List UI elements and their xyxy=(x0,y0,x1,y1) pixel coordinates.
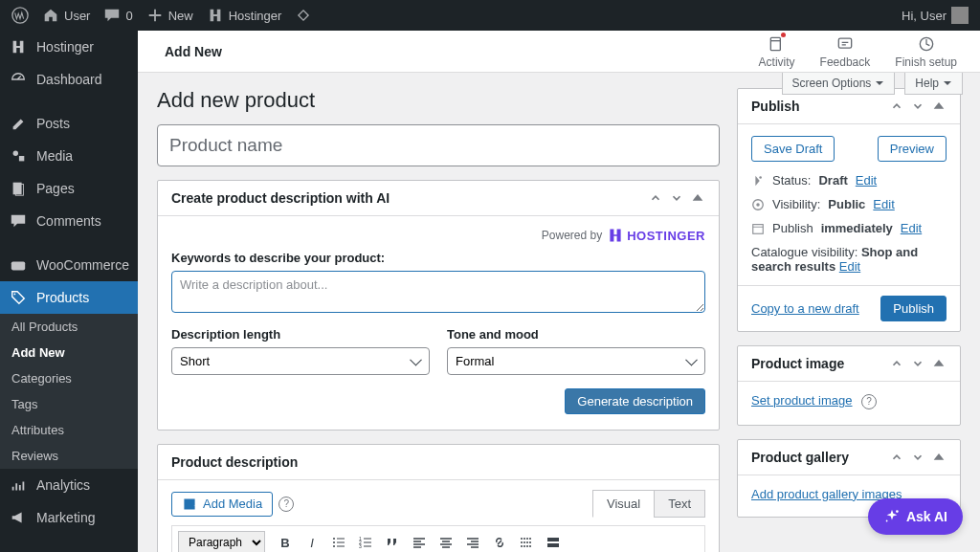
sidebar-hostinger[interactable]: Hostinger xyxy=(0,31,138,63)
edit-status-link[interactable]: Edit xyxy=(856,173,877,188)
activity-button[interactable]: Activity xyxy=(759,34,795,69)
product-image-box: Product image Set product image ? xyxy=(737,345,961,426)
product-name-input[interactable] xyxy=(157,124,720,166)
triangle-up-icon[interactable] xyxy=(931,99,947,114)
hostinger-topbar[interactable]: Hostinger xyxy=(207,7,282,24)
svg-point-12 xyxy=(333,538,335,540)
align-left-icon[interactable] xyxy=(407,530,432,552)
bold-icon[interactable]: B xyxy=(273,530,298,552)
ulist-icon[interactable] xyxy=(326,530,351,552)
sidebar-analytics[interactable]: Analytics xyxy=(0,469,138,501)
sidebar-sub-all-products[interactable]: All Products xyxy=(0,314,138,340)
chevron-up-icon[interactable] xyxy=(889,450,904,465)
hostinger-logo: HOSTINGER xyxy=(608,228,705,243)
sidebar-appearance[interactable]: Appearance xyxy=(0,545,138,552)
set-product-image-link[interactable]: Set product image xyxy=(751,393,853,408)
ask-ai-button[interactable]: Ask AI xyxy=(868,498,963,535)
avatar xyxy=(951,7,969,24)
product-image-title: Product image xyxy=(751,356,844,371)
chevron-down-icon[interactable] xyxy=(910,99,925,114)
svg-rect-8 xyxy=(770,37,780,50)
chevron-up-icon[interactable] xyxy=(648,190,663,206)
sidebar-dashboard[interactable]: Dashboard xyxy=(0,63,138,96)
keywords-textarea[interactable] xyxy=(171,271,705,313)
link-icon[interactable] xyxy=(487,530,512,552)
sidebar-sub-tags[interactable]: Tags xyxy=(0,391,138,417)
length-label: Description length xyxy=(171,327,430,342)
paragraph-select[interactable]: Paragraph xyxy=(178,531,265,552)
svg-point-7 xyxy=(14,294,16,296)
triangle-up-icon[interactable] xyxy=(690,190,705,206)
sidebar-products[interactable]: Products xyxy=(0,281,138,314)
align-right-icon[interactable] xyxy=(460,530,485,552)
tab-text[interactable]: Text xyxy=(654,490,705,518)
tab-visual[interactable]: Visual xyxy=(592,490,654,518)
quote-icon[interactable] xyxy=(380,530,405,552)
sidebar-woocommerce[interactable]: WooCommerce xyxy=(0,249,138,281)
chevron-up-icon[interactable] xyxy=(889,356,904,371)
finish-setup-button[interactable]: Finish setup xyxy=(895,34,957,69)
edit-publish-link[interactable]: Edit xyxy=(901,221,922,235)
svg-point-14 xyxy=(333,545,335,547)
svg-point-2 xyxy=(13,151,18,156)
more-icon[interactable] xyxy=(514,530,539,552)
chevron-up-icon[interactable] xyxy=(889,99,904,114)
help-icon[interactable]: ? xyxy=(278,497,294,512)
tone-label: Tone and mood xyxy=(447,327,705,342)
sidebar-posts[interactable]: Posts xyxy=(0,107,138,140)
keywords-label: Keywords to describe your product: xyxy=(171,251,705,265)
svg-rect-19 xyxy=(547,543,559,547)
feedback-button[interactable]: Feedback xyxy=(820,34,871,69)
svg-rect-18 xyxy=(547,538,559,541)
copy-draft-link[interactable]: Copy to a new draft xyxy=(751,301,859,316)
kitchen-sink-icon[interactable] xyxy=(541,530,566,552)
add-media-button[interactable]: Add Media xyxy=(171,492,273,517)
editor-toolbar: Paragraph B I 123 xyxy=(171,525,705,552)
triangle-up-icon[interactable] xyxy=(931,356,947,371)
edit-catalogue-link[interactable]: Edit xyxy=(839,259,860,274)
olist-icon[interactable]: 123 xyxy=(353,530,378,552)
length-select[interactable]: Short xyxy=(171,347,430,375)
triangle-up-icon[interactable] xyxy=(931,450,947,465)
edit-visibility-link[interactable]: Edit xyxy=(873,197,894,211)
sidebar-sub-categories[interactable]: Categories xyxy=(0,365,138,391)
sidebar-media[interactable]: Media xyxy=(0,140,138,172)
chevron-down-icon[interactable] xyxy=(910,450,925,465)
publish-box: Publish Save Draft Preview Status: Draft xyxy=(737,88,961,332)
tone-select[interactable]: Formal xyxy=(447,347,705,375)
notification-dot xyxy=(781,33,786,37)
svg-rect-23 xyxy=(753,224,764,233)
description-box: Product description Add Media ? Visual T… xyxy=(157,444,720,552)
wp-logo[interactable] xyxy=(11,7,29,24)
sidebar-sub-attributes[interactable]: Attributes xyxy=(0,417,138,443)
user-label: User xyxy=(64,9,90,23)
new-link[interactable]: New xyxy=(146,7,193,24)
greeting[interactable]: Hi, User xyxy=(902,7,969,24)
help-icon[interactable]: ? xyxy=(861,394,877,409)
chevron-down-icon[interactable] xyxy=(910,356,925,371)
save-draft-button[interactable]: Save Draft xyxy=(751,136,835,162)
screen-options-toggle[interactable]: Screen Options xyxy=(782,73,896,95)
chevron-down-icon[interactable] xyxy=(669,190,684,206)
generate-button[interactable]: Generate description xyxy=(565,388,705,414)
align-center-icon[interactable] xyxy=(434,530,458,552)
sidebar-marketing[interactable]: Marketing xyxy=(0,501,138,534)
svg-point-24 xyxy=(896,510,899,513)
site-home[interactable]: User xyxy=(42,7,90,24)
preview-button[interactable]: Preview xyxy=(878,136,947,162)
sidebar-sub-reviews[interactable]: Reviews xyxy=(0,443,138,469)
diamond-icon[interactable] xyxy=(295,7,312,24)
help-toggle[interactable]: Help xyxy=(904,73,963,95)
sidebar-comments[interactable]: Comments xyxy=(0,205,138,237)
product-gallery-title: Product gallery xyxy=(751,450,849,465)
svg-point-0 xyxy=(12,8,28,23)
publish-button[interactable]: Publish xyxy=(880,296,947,321)
svg-rect-1 xyxy=(299,11,308,20)
italic-icon[interactable]: I xyxy=(300,530,324,552)
comments-topbar[interactable]: 0 xyxy=(103,7,132,24)
admin-sidebar: Hostinger Dashboard Posts Media Pages Co… xyxy=(0,31,138,552)
svg-text:3: 3 xyxy=(359,543,362,549)
sidebar-pages[interactable]: Pages xyxy=(0,172,138,205)
page-title: Add new product xyxy=(157,88,720,113)
sidebar-sub-add-new[interactable]: Add New xyxy=(0,340,138,365)
